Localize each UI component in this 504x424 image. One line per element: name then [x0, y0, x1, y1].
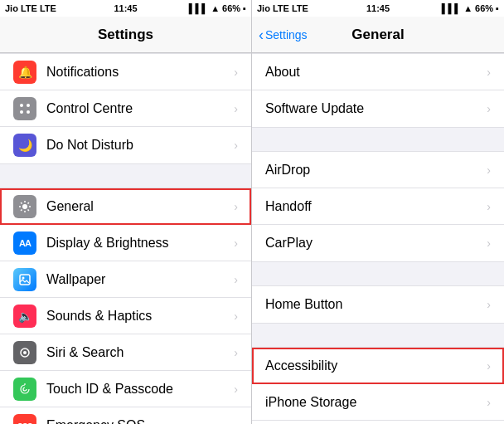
right-network: LTE	[292, 3, 308, 13]
left-wifi: ▲	[211, 3, 220, 13]
right-group-4: Accessibility › iPhone Storage › Backgro…	[252, 347, 504, 424]
row-iphone-storage[interactable]: iPhone Storage ›	[252, 384, 504, 421]
touch-id-icon	[13, 378, 36, 401]
right-group-1: About › Software Update ›	[252, 53, 504, 128]
row-general[interactable]: General ›	[0, 188, 251, 225]
svg-point-0	[20, 104, 23, 107]
svg-point-2	[20, 110, 23, 114]
emergency-sos-label: Emergency SOS	[46, 418, 234, 424]
software-update-label: Software Update	[265, 101, 487, 116]
row-about[interactable]: About ›	[252, 54, 504, 90]
left-battery-pct: 66%	[222, 3, 240, 13]
siri-search-chevron: ›	[234, 346, 238, 359]
left-group-1: 🔔 Notifications › Control Centre › 🌙 Do	[0, 53, 251, 164]
right-battery-icon: ▪	[496, 3, 499, 13]
left-nav-bar: Settings	[0, 17, 251, 53]
row-accessibility[interactable]: Accessibility ›	[252, 348, 504, 384]
row-handoff[interactable]: Handoff ›	[252, 188, 504, 225]
right-status-bar: Jio LTE LTE 11:45 ▌▌▌ ▲ 66% ▪	[252, 0, 504, 17]
row-carplay[interactable]: CarPlay ›	[252, 225, 504, 261]
control-centre-icon	[13, 97, 36, 120]
row-display-brightness[interactable]: AA Display & Brightness ›	[0, 225, 251, 261]
row-software-update[interactable]: Software Update ›	[252, 90, 504, 127]
emergency-sos-icon: SOS	[13, 414, 36, 424]
left-signal-bars: ▌▌▌	[189, 3, 208, 13]
row-touch-id[interactable]: Touch ID & Passcode ›	[0, 371, 251, 407]
right-panel: Jio LTE LTE 11:45 ▌▌▌ ▲ 66% ▪ ‹ Settings…	[252, 0, 504, 424]
general-chevron: ›	[234, 200, 238, 213]
right-signal: ▌▌▌	[442, 3, 461, 13]
svg-point-8	[23, 351, 27, 354]
app-container: Jio LTE LTE 11:45 ▌▌▌ ▲ 66% ▪ Settings 🔔…	[0, 0, 504, 424]
right-carrier: Jio LTE	[257, 3, 289, 13]
back-chevron-icon: ‹	[259, 26, 264, 43]
general-icon	[13, 195, 36, 218]
left-nav-title: Settings	[98, 27, 153, 43]
right-sep-2	[252, 262, 504, 285]
iphone-storage-chevron: ›	[487, 396, 491, 409]
accessibility-label: Accessibility	[265, 358, 487, 373]
airdrop-chevron: ›	[487, 163, 491, 177]
about-label: About	[265, 65, 487, 80]
notifications-icon: 🔔	[13, 61, 36, 84]
svg-point-1	[27, 104, 30, 107]
left-panel: Jio LTE LTE 11:45 ▌▌▌ ▲ 66% ▪ Settings 🔔…	[0, 0, 252, 424]
svg-rect-5	[20, 275, 30, 285]
control-centre-chevron: ›	[234, 102, 238, 115]
row-notifications[interactable]: 🔔 Notifications ›	[0, 54, 251, 90]
right-nav-title: General	[351, 27, 404, 43]
right-wifi: ▲	[463, 3, 472, 13]
iphone-storage-label: iPhone Storage	[265, 395, 487, 410]
svg-point-6	[22, 276, 25, 279]
svg-point-4	[22, 204, 27, 209]
right-group-2: AirDrop › Handoff › CarPlay ›	[252, 151, 504, 262]
left-status-bar: Jio LTE LTE 11:45 ▌▌▌ ▲ 66% ▪	[0, 0, 251, 17]
row-sounds-haptics[interactable]: 🔈 Sounds & Haptics ›	[0, 298, 251, 334]
row-airdrop[interactable]: AirDrop ›	[252, 152, 504, 188]
handoff-label: Handoff	[265, 199, 487, 214]
row-wallpaper[interactable]: Wallpaper ›	[0, 261, 251, 298]
right-time: 11:45	[366, 3, 390, 13]
carplay-label: CarPlay	[265, 236, 487, 251]
handoff-chevron: ›	[487, 200, 491, 213]
accessibility-chevron: ›	[487, 359, 491, 373]
display-brightness-icon: AA	[13, 231, 36, 255]
notifications-chevron: ›	[234, 66, 238, 79]
control-centre-label: Control Centre	[46, 101, 234, 116]
row-emergency-sos[interactable]: SOS Emergency SOS ›	[0, 407, 251, 424]
right-sep-1	[252, 128, 504, 151]
general-label: General	[46, 199, 234, 214]
notifications-label: Notifications	[46, 65, 234, 80]
sounds-haptics-chevron: ›	[234, 309, 238, 323]
wallpaper-chevron: ›	[234, 273, 238, 286]
row-siri-search[interactable]: Siri & Search ›	[0, 334, 251, 371]
touch-id-chevron: ›	[234, 383, 238, 396]
right-nav-bar: ‹ Settings General	[252, 17, 504, 53]
row-home-button[interactable]: Home Button ›	[252, 286, 504, 323]
left-group-2: General › AA Display & Brightness › Wall…	[0, 188, 251, 424]
sounds-haptics-label: Sounds & Haptics	[46, 309, 234, 324]
touch-id-label: Touch ID & Passcode	[46, 382, 234, 397]
left-carrier: Jio LTE	[5, 3, 37, 13]
right-sep-3	[252, 324, 504, 347]
svg-point-3	[27, 110, 30, 114]
back-button[interactable]: ‹ Settings	[259, 26, 308, 43]
left-time: 11:45	[114, 3, 137, 13]
sounds-haptics-icon: 🔈	[13, 305, 36, 328]
carplay-chevron: ›	[487, 236, 491, 250]
siri-search-icon	[13, 341, 36, 364]
airdrop-label: AirDrop	[265, 163, 487, 178]
home-button-chevron: ›	[487, 298, 491, 311]
right-battery-pct: 66%	[475, 3, 493, 13]
row-control-centre[interactable]: Control Centre ›	[0, 90, 251, 127]
siri-search-label: Siri & Search	[46, 345, 234, 360]
wallpaper-icon	[13, 268, 36, 291]
display-brightness-label: Display & Brightness	[46, 236, 234, 251]
row-background-app[interactable]: Background App Refresh ›	[252, 421, 504, 424]
row-do-not-disturb[interactable]: 🌙 Do Not Disturb ›	[0, 127, 251, 163]
do-not-disturb-label: Do Not Disturb	[46, 138, 234, 153]
back-label: Settings	[265, 28, 308, 41]
left-battery-icon: ▪	[243, 3, 246, 13]
home-button-label: Home Button	[265, 297, 487, 312]
wallpaper-label: Wallpaper	[46, 272, 234, 287]
